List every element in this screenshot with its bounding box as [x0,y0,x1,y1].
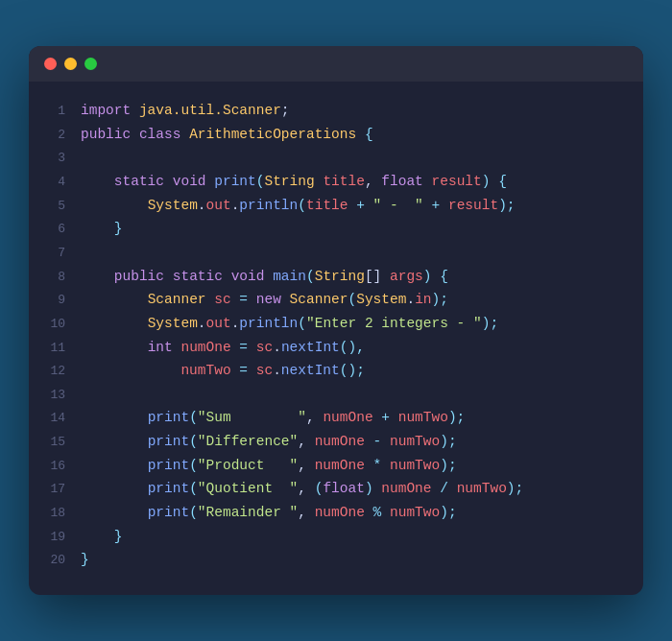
line-5: 5 System.out.println(title + " - " + res… [38,194,634,218]
line-13: 13 [38,383,634,407]
line-4: 4 static void print(String title, float … [38,170,634,194]
line-19: 19 } [38,525,634,549]
line-7: 7 [38,241,634,265]
line-8: 8 public static void main(String[] args)… [38,265,634,289]
code-editor: 1 import java.util.Scanner; 2 public cla… [29,82,643,595]
line-3: 3 [38,146,634,170]
line-16: 16 print("Product ", numOne * numTwo); [38,454,634,478]
minimize-button[interactable] [64,58,77,70]
line-10: 10 System.out.println("Enter 2 integers … [38,312,634,336]
line-9: 9 Scanner sc = new Scanner(System.in); [38,288,634,312]
line-1: 1 import java.util.Scanner; [38,99,634,123]
line-6: 6 } [38,217,634,241]
line-12: 12 numTwo = sc.nextInt(); [38,359,634,383]
line-18: 18 print("Remainder ", numOne % numTwo); [38,501,634,525]
line-2: 2 public class ArithmeticOperations { [38,123,634,147]
titlebar [29,46,643,82]
code-window: 1 import java.util.Scanner; 2 public cla… [29,46,643,595]
line-20: 20 } [38,548,634,572]
close-button[interactable] [44,58,57,70]
maximize-button[interactable] [84,58,97,70]
line-14: 14 print("Sum ", numOne + numTwo); [38,406,634,430]
line-17: 17 print("Quotient ", (float) numOne / n… [38,477,634,501]
line-11: 11 int numOne = sc.nextInt(), [38,336,634,360]
line-15: 15 print("Difference", numOne - numTwo); [38,430,634,454]
